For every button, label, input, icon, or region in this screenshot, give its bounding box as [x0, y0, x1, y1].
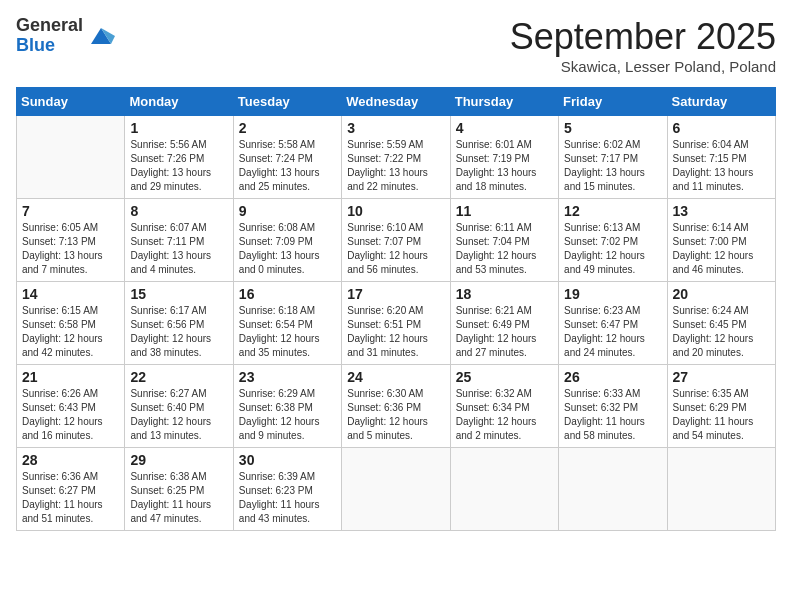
calendar-cell: 10Sunrise: 6:10 AM Sunset: 7:07 PM Dayli…: [342, 199, 450, 282]
day-info: Sunrise: 6:07 AM Sunset: 7:11 PM Dayligh…: [130, 221, 227, 277]
day-number: 2: [239, 120, 336, 136]
calendar-cell: 5Sunrise: 6:02 AM Sunset: 7:17 PM Daylig…: [559, 116, 667, 199]
calendar-cell: 2Sunrise: 5:58 AM Sunset: 7:24 PM Daylig…: [233, 116, 341, 199]
day-number: 3: [347, 120, 444, 136]
calendar-cell: [667, 448, 775, 531]
day-info: Sunrise: 6:18 AM Sunset: 6:54 PM Dayligh…: [239, 304, 336, 360]
calendar-cell: 22Sunrise: 6:27 AM Sunset: 6:40 PM Dayli…: [125, 365, 233, 448]
calendar-cell: 8Sunrise: 6:07 AM Sunset: 7:11 PM Daylig…: [125, 199, 233, 282]
day-number: 5: [564, 120, 661, 136]
week-row-5: 28Sunrise: 6:36 AM Sunset: 6:27 PM Dayli…: [17, 448, 776, 531]
day-number: 14: [22, 286, 119, 302]
day-info: Sunrise: 6:30 AM Sunset: 6:36 PM Dayligh…: [347, 387, 444, 443]
day-info: Sunrise: 6:21 AM Sunset: 6:49 PM Dayligh…: [456, 304, 553, 360]
day-info: Sunrise: 6:27 AM Sunset: 6:40 PM Dayligh…: [130, 387, 227, 443]
calendar-cell: 3Sunrise: 5:59 AM Sunset: 7:22 PM Daylig…: [342, 116, 450, 199]
calendar-cell: 28Sunrise: 6:36 AM Sunset: 6:27 PM Dayli…: [17, 448, 125, 531]
calendar-cell: 25Sunrise: 6:32 AM Sunset: 6:34 PM Dayli…: [450, 365, 558, 448]
calendar-cell: [17, 116, 125, 199]
calendar-cell: 24Sunrise: 6:30 AM Sunset: 6:36 PM Dayli…: [342, 365, 450, 448]
calendar-cell: 1Sunrise: 5:56 AM Sunset: 7:26 PM Daylig…: [125, 116, 233, 199]
location: Skawica, Lesser Poland, Poland: [510, 58, 776, 75]
calendar-cell: [559, 448, 667, 531]
calendar-cell: [450, 448, 558, 531]
day-info: Sunrise: 6:23 AM Sunset: 6:47 PM Dayligh…: [564, 304, 661, 360]
day-number: 12: [564, 203, 661, 219]
day-number: 19: [564, 286, 661, 302]
week-row-4: 21Sunrise: 6:26 AM Sunset: 6:43 PM Dayli…: [17, 365, 776, 448]
day-info: Sunrise: 6:35 AM Sunset: 6:29 PM Dayligh…: [673, 387, 770, 443]
day-number: 13: [673, 203, 770, 219]
page-header: General Blue September 2025 Skawica, Les…: [16, 16, 776, 75]
day-number: 26: [564, 369, 661, 385]
day-info: Sunrise: 6:26 AM Sunset: 6:43 PM Dayligh…: [22, 387, 119, 443]
day-info: Sunrise: 6:24 AM Sunset: 6:45 PM Dayligh…: [673, 304, 770, 360]
calendar-cell: 17Sunrise: 6:20 AM Sunset: 6:51 PM Dayli…: [342, 282, 450, 365]
day-info: Sunrise: 6:10 AM Sunset: 7:07 PM Dayligh…: [347, 221, 444, 277]
day-info: Sunrise: 6:39 AM Sunset: 6:23 PM Dayligh…: [239, 470, 336, 526]
calendar-cell: 11Sunrise: 6:11 AM Sunset: 7:04 PM Dayli…: [450, 199, 558, 282]
day-number: 8: [130, 203, 227, 219]
day-info: Sunrise: 6:14 AM Sunset: 7:00 PM Dayligh…: [673, 221, 770, 277]
day-header-friday: Friday: [559, 88, 667, 116]
day-number: 22: [130, 369, 227, 385]
week-row-2: 7Sunrise: 6:05 AM Sunset: 7:13 PM Daylig…: [17, 199, 776, 282]
logo-general: General: [16, 16, 83, 36]
day-header-monday: Monday: [125, 88, 233, 116]
day-number: 17: [347, 286, 444, 302]
logo-blue: Blue: [16, 36, 83, 56]
calendar-cell: 13Sunrise: 6:14 AM Sunset: 7:00 PM Dayli…: [667, 199, 775, 282]
day-number: 25: [456, 369, 553, 385]
day-number: 23: [239, 369, 336, 385]
week-row-1: 1Sunrise: 5:56 AM Sunset: 7:26 PM Daylig…: [17, 116, 776, 199]
title-block: September 2025 Skawica, Lesser Poland, P…: [510, 16, 776, 75]
day-number: 6: [673, 120, 770, 136]
day-number: 28: [22, 452, 119, 468]
calendar-cell: 30Sunrise: 6:39 AM Sunset: 6:23 PM Dayli…: [233, 448, 341, 531]
calendar-cell: 7Sunrise: 6:05 AM Sunset: 7:13 PM Daylig…: [17, 199, 125, 282]
day-number: 24: [347, 369, 444, 385]
week-row-3: 14Sunrise: 6:15 AM Sunset: 6:58 PM Dayli…: [17, 282, 776, 365]
calendar-cell: 20Sunrise: 6:24 AM Sunset: 6:45 PM Dayli…: [667, 282, 775, 365]
day-info: Sunrise: 6:01 AM Sunset: 7:19 PM Dayligh…: [456, 138, 553, 194]
day-number: 18: [456, 286, 553, 302]
day-number: 9: [239, 203, 336, 219]
day-info: Sunrise: 6:05 AM Sunset: 7:13 PM Dayligh…: [22, 221, 119, 277]
calendar-cell: 27Sunrise: 6:35 AM Sunset: 6:29 PM Dayli…: [667, 365, 775, 448]
day-number: 20: [673, 286, 770, 302]
day-info: Sunrise: 6:29 AM Sunset: 6:38 PM Dayligh…: [239, 387, 336, 443]
day-info: Sunrise: 6:33 AM Sunset: 6:32 PM Dayligh…: [564, 387, 661, 443]
calendar-table: SundayMondayTuesdayWednesdayThursdayFrid…: [16, 87, 776, 531]
calendar-cell: [342, 448, 450, 531]
day-number: 21: [22, 369, 119, 385]
day-info: Sunrise: 6:11 AM Sunset: 7:04 PM Dayligh…: [456, 221, 553, 277]
calendar-cell: 12Sunrise: 6:13 AM Sunset: 7:02 PM Dayli…: [559, 199, 667, 282]
month-title: September 2025: [510, 16, 776, 58]
calendar-cell: 29Sunrise: 6:38 AM Sunset: 6:25 PM Dayli…: [125, 448, 233, 531]
day-header-tuesday: Tuesday: [233, 88, 341, 116]
day-info: Sunrise: 6:13 AM Sunset: 7:02 PM Dayligh…: [564, 221, 661, 277]
day-info: Sunrise: 6:15 AM Sunset: 6:58 PM Dayligh…: [22, 304, 119, 360]
calendar-cell: 18Sunrise: 6:21 AM Sunset: 6:49 PM Dayli…: [450, 282, 558, 365]
day-info: Sunrise: 6:36 AM Sunset: 6:27 PM Dayligh…: [22, 470, 119, 526]
day-info: Sunrise: 5:56 AM Sunset: 7:26 PM Dayligh…: [130, 138, 227, 194]
day-header-wednesday: Wednesday: [342, 88, 450, 116]
day-number: 27: [673, 369, 770, 385]
calendar-header-row: SundayMondayTuesdayWednesdayThursdayFrid…: [17, 88, 776, 116]
day-header-sunday: Sunday: [17, 88, 125, 116]
calendar-cell: 21Sunrise: 6:26 AM Sunset: 6:43 PM Dayli…: [17, 365, 125, 448]
day-number: 30: [239, 452, 336, 468]
day-header-saturday: Saturday: [667, 88, 775, 116]
day-number: 29: [130, 452, 227, 468]
calendar-cell: 14Sunrise: 6:15 AM Sunset: 6:58 PM Dayli…: [17, 282, 125, 365]
day-number: 4: [456, 120, 553, 136]
day-number: 15: [130, 286, 227, 302]
day-info: Sunrise: 6:17 AM Sunset: 6:56 PM Dayligh…: [130, 304, 227, 360]
day-number: 10: [347, 203, 444, 219]
day-number: 16: [239, 286, 336, 302]
day-info: Sunrise: 6:20 AM Sunset: 6:51 PM Dayligh…: [347, 304, 444, 360]
day-info: Sunrise: 6:32 AM Sunset: 6:34 PM Dayligh…: [456, 387, 553, 443]
day-info: Sunrise: 6:38 AM Sunset: 6:25 PM Dayligh…: [130, 470, 227, 526]
day-number: 7: [22, 203, 119, 219]
calendar-cell: 16Sunrise: 6:18 AM Sunset: 6:54 PM Dayli…: [233, 282, 341, 365]
